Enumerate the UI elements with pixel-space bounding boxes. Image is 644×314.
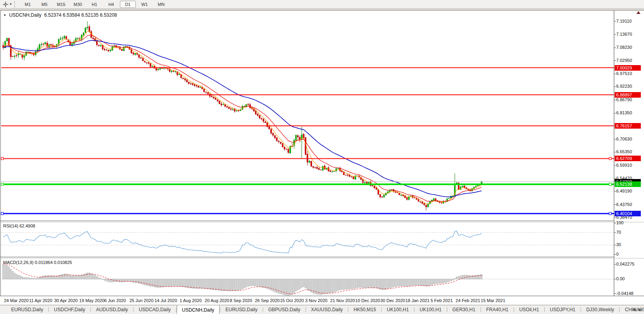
chart-tabs: EURUSD,Daily|USDCHF,Daily|AUDUSD,Daily|U… xyxy=(6,305,644,314)
tab-eurusd-daily[interactable]: EURUSD,Daily xyxy=(6,305,48,314)
macd-tick-label: 0.042275 xyxy=(616,262,634,266)
timeframe-button-h1[interactable]: H1 xyxy=(87,1,102,8)
crosshair-tool-icon[interactable] xyxy=(2,1,9,8)
rsi-indicator-label: RSI(14) 62.4908 xyxy=(3,223,35,228)
date-tick-label: 24 Feb 2021 xyxy=(456,298,480,303)
tab-usoil-h1[interactable]: USOil,H1 xyxy=(515,305,544,314)
price-line-label: 6.40104 xyxy=(615,211,641,216)
timeframe-button-m5[interactable]: M5 xyxy=(37,1,52,8)
date-tick-label: 19 May 2020 xyxy=(79,298,105,303)
price-tick-label: 6.92230 xyxy=(616,84,632,89)
date-tick-label: 26 Sep 2020 xyxy=(255,298,280,303)
timeframe-button-d1[interactable]: D1 xyxy=(120,1,136,8)
price-line-label: 6.53208 xyxy=(615,179,641,185)
timeframe-button-m30[interactable]: M30 xyxy=(70,1,86,8)
tab-fra40-h1[interactable]: FRA40,H1 xyxy=(481,305,513,314)
date-tick-label: 3 Nov 2020 xyxy=(305,298,327,303)
macd-tick-label: -0.04148 xyxy=(616,291,633,296)
price-tick-label: 6.70630 xyxy=(616,137,632,141)
price-tick-label: 7.19110 xyxy=(616,19,632,23)
timeframe-button-h4[interactable]: H4 xyxy=(103,1,119,8)
date-tick-label: 21 Nov 2020 xyxy=(330,298,355,303)
date-tick-label: 5 Feb 2021 xyxy=(430,298,453,303)
price-line-label: 6.52138 xyxy=(615,181,641,187)
date-tick-label: 6 Jun 2020 xyxy=(104,298,126,303)
date-tick-label: 15 Mar 2021 xyxy=(481,298,505,303)
date-tick-label: 30 Apr 2020 xyxy=(54,298,77,303)
tab-eurusd-daily[interactable]: EURUSD,Daily xyxy=(221,305,262,314)
rsi-tick-label: 100 xyxy=(616,220,623,225)
date-tick-label: 25 Jun 2020 xyxy=(129,298,154,303)
scroll-tabs-right-icon[interactable]: ▶ xyxy=(638,307,642,312)
price-tick-label: 6.43750 xyxy=(616,202,632,207)
tab-gbpusd-daily[interactable]: GBPUSD,Daily xyxy=(264,305,305,314)
price-tick-label: 6.49190 xyxy=(616,189,632,193)
date-tick-label: 11 Apr 2020 xyxy=(29,298,52,303)
timeframe-button-m15[interactable]: M15 xyxy=(53,1,69,8)
rsi-tick-label: 70 xyxy=(616,230,621,235)
price-line-label: 6.88897 xyxy=(615,92,641,98)
toolbar-grip[interactable] xyxy=(14,1,17,8)
tab-scroll-arrows: ◀ ▶ xyxy=(632,307,642,312)
tab-usdcnh-daily[interactable]: USDCNH,Daily xyxy=(177,305,219,314)
tab-xauusd-daily[interactable]: XAUUSD,Daily xyxy=(306,305,347,314)
date-tick-label: 14 Jul 2020 xyxy=(154,298,177,303)
date-tick-label: 8 Sep 2020 xyxy=(230,298,252,303)
tab-hk50-m15[interactable]: HK50,M15 xyxy=(349,305,381,314)
date-tick-label: 10 Dec 2020 xyxy=(355,298,380,303)
timeframe-button-m1[interactable]: M1 xyxy=(20,1,36,8)
mt4-application: ▼ M1M5M15M30H1H4D1W1MN ▼ USDCNH,Daily 6.… xyxy=(0,0,644,314)
date-tick-label: 15 Oct 2020 xyxy=(280,298,304,303)
date-tick-label: 18 Jan 2021 xyxy=(405,298,430,303)
date-tick-label: 24 Mar 2020 xyxy=(4,298,29,303)
chevron-down-icon[interactable]: ▼ xyxy=(9,2,12,6)
price-tick-label: 6.81350 xyxy=(616,110,632,115)
timeframe-buttons: M1M5M15M30H1H4D1W1MN xyxy=(19,1,170,8)
date-tick-label: 20 Aug 2020 xyxy=(205,298,229,303)
chart-canvas[interactable] xyxy=(0,0,644,314)
macd-indicator-label: MACD(12,26,9) 0.011864 0.010825 xyxy=(3,260,72,265)
toolbar: ▼ M1M5M15M30H1H4D1W1MN xyxy=(0,0,644,9)
price-tick-label: 6.59910 xyxy=(616,163,632,168)
rsi-tick-label: 0 xyxy=(616,252,619,256)
date-tick-label: 1 Aug 2020 xyxy=(179,298,202,303)
chart-symbol: USDCNH,Daily xyxy=(9,12,41,18)
tab-dj30-weekly[interactable]: DJ30,Weekly xyxy=(581,305,619,314)
window-top-strip xyxy=(0,9,644,10)
timeframe-button-w1[interactable]: W1 xyxy=(137,1,152,8)
price-tick-label: 6.38470 xyxy=(616,215,632,220)
price-tick-label: 6.86790 xyxy=(616,97,632,102)
tab-audusd-daily[interactable]: AUDUSD,Daily xyxy=(91,305,133,314)
tab-ger30-h1[interactable]: GER30,H1 xyxy=(447,305,480,314)
tab-usdchf-daily[interactable]: USDCHF,Daily xyxy=(49,305,90,314)
price-line-label: 6.76157 xyxy=(615,123,641,129)
price-tick-label: 7.13670 xyxy=(616,32,632,37)
price-line-label: 7.00029 xyxy=(615,65,641,71)
chart-ohlc-values: 6.52374 6.53584 6.52135 6.53208 xyxy=(44,12,117,18)
tab-usdcad-daily[interactable]: USDCAD,Daily xyxy=(134,305,175,314)
tab-usdjpy-h1[interactable]: USDJPY,H1 xyxy=(545,305,580,314)
price-tick-label: 7.02950 xyxy=(616,58,632,63)
chart-shift-marker xyxy=(636,11,640,14)
macd-tick-label: 0.00 xyxy=(616,276,625,281)
tab-uk100-h1[interactable]: UK100,H1 xyxy=(382,305,413,314)
price-tick-label: 6.54470 xyxy=(616,176,632,181)
rsi-tick-label: 30 xyxy=(616,242,621,247)
price-line-label: 6.62709 xyxy=(615,156,641,161)
price-tick-label: 6.97510 xyxy=(616,71,632,76)
date-tick-label: 30 Dec 2020 xyxy=(380,298,405,303)
chart-tab-bar: EURUSD,Daily|USDCHF,Daily|AUDUSD,Daily|U… xyxy=(0,305,644,314)
price-tick-label: 6.65350 xyxy=(616,149,632,154)
scroll-tabs-left-icon[interactable]: ◀ xyxy=(632,307,636,312)
tab-uk100-h1[interactable]: UK100,H1 xyxy=(415,305,446,314)
triangle-down-icon[interactable]: ▼ xyxy=(3,13,6,17)
chart-title: ▼ USDCNH,Daily 6.52374 6.53584 6.52135 6… xyxy=(3,12,117,18)
timeframe-button-mn[interactable]: MN xyxy=(153,1,169,8)
chart-labels-layer: ▼ USDCNH,Daily 6.52374 6.53584 6.52135 6… xyxy=(0,0,644,314)
price-tick-label: 7.08230 xyxy=(616,45,632,50)
